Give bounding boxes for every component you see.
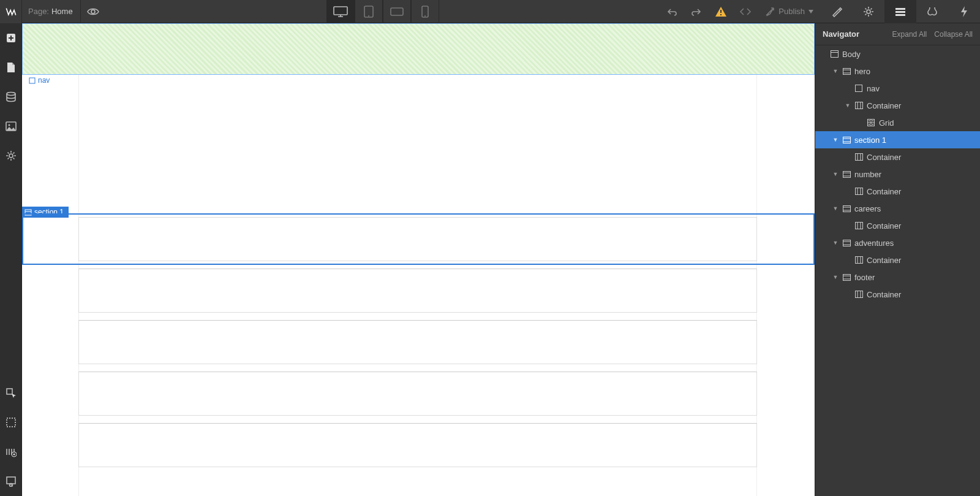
svg-rect-52 [855,188,862,195]
svg-rect-46 [855,154,862,161]
svg-rect-27 [831,51,838,58]
device-switcher [326,0,439,23]
tree-row-container[interactable]: Container [815,148,980,166]
device-desktop[interactable] [326,0,355,23]
tree-section-icon [842,238,851,247]
tree-arrow-icon[interactable]: ▼ [832,205,839,212]
collapse-all-button[interactable]: Collapse All [934,30,973,39]
tree-row-container[interactable]: ▼Container [815,97,980,114]
tree-row-container[interactable]: Container [815,286,980,303]
canvas[interactable]: nav section 1 [22,23,815,496]
tool-select[interactable] [0,378,22,408]
svg-point-3 [368,15,369,17]
panel-tab-interactions[interactable] [948,0,980,23]
page-name[interactable]: Home [51,7,80,16]
tree-row-section-1[interactable]: ▼section 1 [815,131,980,148]
tree-label: Container [867,153,980,162]
svg-rect-24 [29,78,35,83]
tree-row-container[interactable]: Container [815,183,980,200]
tree-row-container[interactable]: Container [815,217,980,234]
svg-rect-58 [855,223,862,229]
svg-point-9 [867,10,870,13]
tree-row-footer[interactable]: ▼footer [815,269,980,286]
tree-row-nav[interactable]: nav [815,80,980,97]
tree-row-body[interactable]: Body [815,45,980,63]
tree-arrow-icon[interactable]: ▼ [832,68,839,74]
tree-label: Container [867,290,980,299]
navigator-title: Navigator [823,29,859,39]
tree-row-container[interactable]: Container [815,251,980,269]
svg-point-17 [9,154,13,158]
svg-rect-7 [720,10,722,13]
tree-arrow-icon[interactable]: ▼ [832,240,839,246]
tree-label: adventures [854,238,980,248]
pages-button[interactable] [0,53,22,82]
tree-arrow-icon[interactable]: ▼ [832,137,839,143]
nav-element-tag: nav [25,75,53,86]
tree-container-icon [854,153,863,161]
tree-container-icon [854,187,863,196]
tree-container-icon [854,256,863,264]
block-row[interactable] [78,423,757,467]
tree-arrow-icon[interactable]: ▼ [832,274,839,280]
cms-button[interactable] [0,82,22,112]
code-button[interactable] [733,0,758,23]
svg-rect-4 [391,8,403,15]
assets-button[interactable] [0,112,22,141]
svg-rect-11 [895,11,905,13]
app-logo[interactable] [0,0,22,23]
tree-label: nav [867,84,980,93]
tree-label: section 1 [854,135,980,145]
block-row[interactable] [78,320,757,364]
tree-arrow-icon[interactable]: ▼ [845,102,851,109]
tree-label: number [854,170,980,179]
tree-section-icon [842,67,851,75]
tool-xray[interactable] [0,437,22,467]
panel-tab-navigator[interactable] [884,0,916,23]
block-row[interactable] [78,217,757,261]
block-row[interactable] [78,372,757,416]
redo-button[interactable] [684,0,709,23]
svg-rect-55 [843,205,850,212]
tree-label: hero [854,67,980,76]
tree-section-icon [842,135,851,144]
svg-rect-10 [895,8,905,10]
expand-all-button[interactable]: Expand All [892,30,927,39]
tree-row-grid[interactable]: Grid [815,114,980,131]
tree-window-icon [830,50,839,58]
undo-button[interactable] [660,0,684,23]
svg-rect-32 [856,85,862,92]
svg-point-42 [872,124,873,125]
panel-tab-settings[interactable] [853,0,884,23]
page-label: Page: [22,7,51,16]
svg-point-39 [869,120,870,121]
device-tablet[interactable] [355,0,383,23]
tree-row-hero[interactable]: ▼hero [815,63,980,80]
tool-box[interactable] [0,408,22,437]
block-row[interactable] [78,269,757,313]
tree-row-adventures[interactable]: ▼adventures [815,234,980,251]
device-mobile[interactable] [411,0,439,23]
preview-button[interactable] [81,0,105,23]
panel-tab-style[interactable] [821,0,853,23]
tree-row-number[interactable]: ▼number [815,166,980,183]
warning-indicator[interactable] [709,0,733,23]
svg-point-40 [872,120,873,121]
svg-point-21 [13,454,15,456]
top-toolbar: Page: Home Publ [0,0,980,23]
device-tablet-landscape[interactable] [383,0,411,23]
tree-arrow-icon[interactable]: ▼ [832,171,839,177]
nav-element[interactable]: nav [22,75,815,213]
svg-point-0 [91,10,95,13]
publish-button[interactable]: Publish [758,0,821,23]
site-settings-button[interactable] [0,141,22,170]
tree-label: Container [867,101,980,110]
svg-rect-22 [7,477,15,484]
svg-rect-8 [720,14,722,15]
tree-container-icon [854,290,863,299]
tree-row-careers[interactable]: ▼careers [815,200,980,217]
add-element-button[interactable] [0,23,22,53]
tool-audit[interactable] [0,467,22,496]
svg-rect-1 [334,7,347,15]
panel-tab-assets[interactable] [916,0,948,23]
